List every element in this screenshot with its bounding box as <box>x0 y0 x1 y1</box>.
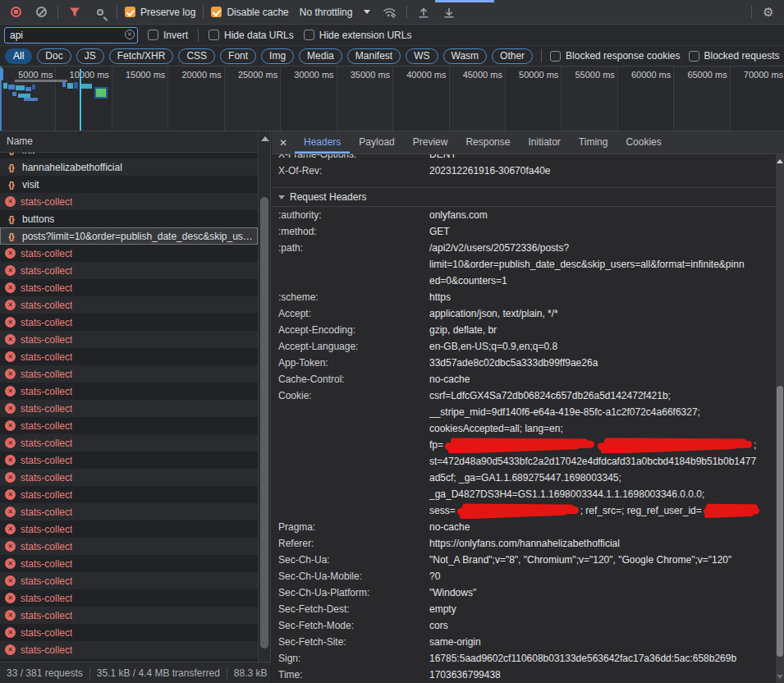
details-tab[interactable]: Preview <box>404 131 457 154</box>
dcl-event-line <box>80 69 81 131</box>
header-name: :path: <box>272 240 429 289</box>
request-row[interactable]: ✕ stats-collect <box>0 383 258 400</box>
error-icon: ✕ <box>5 541 16 552</box>
request-row[interactable]: ✕ stats-collect <box>0 520 258 538</box>
timeline-slider-handle[interactable] <box>0 68 3 80</box>
resource-type-pill[interactable]: WS <box>406 48 438 64</box>
timeline-column: 60000 ms <box>618 66 674 131</box>
resource-type-pill[interactable]: Other <box>492 48 533 64</box>
request-row[interactable]: ✕ stats-collect <box>0 555 258 572</box>
request-row[interactable]: ✕ stats-collect <box>0 348 258 365</box>
request-row[interactable]: ✕ stats-collect <box>0 589 258 607</box>
details-tab[interactable]: Initiator <box>519 131 569 154</box>
scroll-up-icon[interactable] <box>777 159 783 163</box>
divider <box>227 667 227 679</box>
details-scrollbar[interactable] <box>776 154 784 683</box>
details-tab[interactable]: Response <box>456 131 519 154</box>
request-row[interactable]: ✕ stats-collect <box>0 434 258 452</box>
export-har-button[interactable] <box>440 3 458 21</box>
error-icon: ✕ <box>5 489 16 500</box>
resource-type-pill[interactable]: Media <box>299 48 342 64</box>
resource-type-pill[interactable]: Doc <box>37 48 71 64</box>
request-row[interactable]: {} visit <box>0 176 258 193</box>
details-tab[interactable]: Payload <box>350 131 403 154</box>
filter-input[interactable] <box>4 27 138 44</box>
clear-filter-icon[interactable]: ✕ <box>125 30 135 39</box>
close-details-icon[interactable]: ✕ <box>272 137 295 149</box>
resource-type-pill[interactable]: Wasm <box>443 48 488 64</box>
request-row[interactable]: ✕ stats-collect <box>0 331 258 348</box>
timeline-tick-label: 55000 ms <box>575 70 615 80</box>
request-row[interactable]: ✕ stats-collect <box>0 296 258 314</box>
request-row[interactable]: ✕ stats-collect <box>0 469 258 486</box>
request-row[interactable]: ✕ stats-collect <box>0 538 258 555</box>
details-tab[interactable]: Cookies <box>617 131 670 154</box>
network-conditions-button[interactable] <box>381 3 399 21</box>
redaction-scribble <box>457 507 579 516</box>
request-row[interactable]: ✕ stats-collect <box>0 400 258 417</box>
timeline-column: 65000 ms <box>674 66 730 131</box>
header-value: empty <box>429 601 776 617</box>
record-button[interactable] <box>7 3 25 21</box>
blocked-requests-checkbox[interactable]: Blocked requests <box>689 50 780 62</box>
import-har-button[interactable] <box>415 3 433 21</box>
request-row[interactable]: ✕ stats-collect <box>0 503 258 520</box>
clear-button[interactable] <box>32 3 50 21</box>
timeline-column: 10000 ms <box>56 66 112 131</box>
request-row[interactable]: ✕ stats-collect <box>0 486 258 503</box>
name-column-header[interactable]: Name <box>0 131 258 153</box>
request-row[interactable]: ✕ stats-collect <box>0 452 258 469</box>
request-row[interactable]: ✕ stats-collect <box>0 572 258 589</box>
scroll-down-icon[interactable] <box>777 675 783 679</box>
filter-toggle-button[interactable] <box>66 3 84 21</box>
request-row[interactable]: ✕ stats-collect <box>0 641 258 658</box>
disable-cache-checkbox[interactable]: Disable cache <box>211 7 288 18</box>
request-row[interactable]: {} buttons <box>0 210 258 227</box>
details-tab[interactable]: Headers <box>295 131 350 154</box>
request-row[interactable]: ✕ stats-collect <box>0 624 258 641</box>
header-row: Accept-Encoding: gzip, deflate, br <box>272 322 776 338</box>
request-row[interactable]: {} posts?limit=10&order=publish_date_des… <box>0 227 258 245</box>
scrollbar-thumb[interactable] <box>777 386 783 657</box>
search-button[interactable] <box>91 3 109 21</box>
header-row: :method: GET <box>272 223 776 240</box>
timeline-overview[interactable]: 5000 ms 10000 ms 15000 ms 20000 ms 25000… <box>0 66 784 131</box>
request-row[interactable]: ✕ stats-collect <box>0 245 258 262</box>
timeline-tick-label: 40000 ms <box>406 70 446 80</box>
invert-checkbox[interactable]: Invert <box>148 30 188 41</box>
header-row: Sec-Fetch-Site: same-origin <box>272 634 776 650</box>
request-row[interactable]: ✕ stats-collect <box>0 314 258 331</box>
request-row[interactable]: ✕ stats-collect <box>0 417 258 434</box>
error-icon: ✕ <box>5 403 16 414</box>
resource-type-pill[interactable]: JS <box>76 48 104 64</box>
blocked-response-cookies-checkbox[interactable]: Blocked response cookies <box>550 50 680 62</box>
resource-type-pill[interactable]: CSS <box>178 48 215 64</box>
requests-scrollbar[interactable] <box>258 131 270 662</box>
resource-type-pill[interactable]: Font <box>220 48 256 64</box>
resource-type-pill[interactable]: Manifest <box>347 48 401 64</box>
request-row[interactable]: ✕ stats-collect <box>0 607 258 624</box>
request-row[interactable]: ✕ stats-collect <box>0 262 258 279</box>
resource-type-pill[interactable]: All <box>5 48 32 64</box>
request-headers-section[interactable]: Request Headers <box>272 187 776 207</box>
request-name: visit <box>22 179 39 190</box>
scrollbar-thumb[interactable] <box>260 197 268 649</box>
preserve-log-checkbox[interactable]: Preserve log <box>125 7 195 18</box>
request-row[interactable]: ✕ stats-collect <box>0 279 258 296</box>
hide-extension-urls-checkbox[interactable]: Hide extension URLs <box>304 30 412 41</box>
throttling-dropdown[interactable]: No throttling <box>296 7 374 18</box>
request-row[interactable]: ✕ stats-collect <box>0 365 258 383</box>
request-row[interactable]: {} init <box>0 153 258 158</box>
request-row[interactable]: ✕ stats-collect <box>0 193 258 210</box>
request-row[interactable]: {} hannahelizabethofficial <box>0 158 258 176</box>
header-name: Referer: <box>272 535 429 552</box>
header-value: "Windows" <box>429 584 776 601</box>
scroll-up-icon[interactable] <box>261 136 269 141</box>
resource-type-pill[interactable]: Img <box>261 48 294 64</box>
resource-type-pill[interactable]: Fetch/XHR <box>109 48 174 64</box>
request-name: stats-collect <box>21 248 72 259</box>
details-tab[interactable]: Timing <box>570 131 617 154</box>
json-icon: {} <box>5 180 17 190</box>
hide-data-urls-checkbox[interactable]: Hide data URLs <box>209 30 294 41</box>
settings-button[interactable]: ⚙ <box>759 3 777 21</box>
